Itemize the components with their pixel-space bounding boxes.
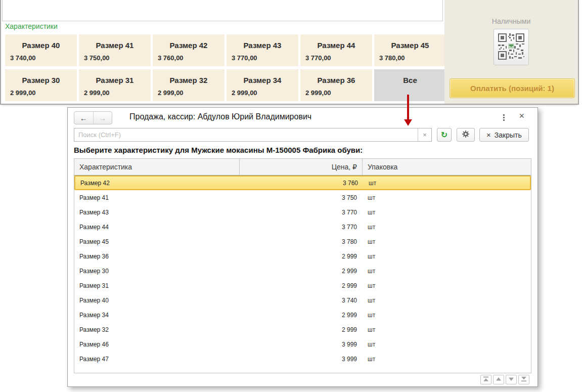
refresh-button[interactable]: ↻ [437, 128, 452, 142]
tile-size-label: Размер 30 [5, 76, 77, 84]
tile-size-label: Размер 41 [79, 41, 151, 50]
tile-price: 2 999,00 [84, 89, 151, 97]
cell-pack: шт [363, 326, 531, 333]
cell-pack: шт [363, 312, 531, 319]
annotation-arrow-icon [404, 95, 412, 126]
clear-search-button[interactable]: × [418, 128, 431, 141]
cell-price: 3 999 [240, 356, 363, 363]
qr-payment-button[interactable] [494, 29, 529, 65]
scroll-down-icon [508, 376, 514, 383]
scroll-up-icon [496, 376, 502, 383]
size-tile[interactable]: Размер 32 2 999,00 [153, 69, 225, 101]
table-row[interactable]: Размер 43 3 770 шт [74, 205, 531, 220]
table-row[interactable]: Размер 46 3 999 шт [74, 337, 531, 352]
scroll-down-button[interactable] [506, 375, 517, 384]
size-tile[interactable]: Размер 42 3 760,00 [153, 34, 225, 66]
dialog-title: Продажа, кассир: Абдулов Юрий Владимиров… [129, 112, 311, 121]
table-row-selected[interactable]: Размер 42 3 760 шт [74, 176, 531, 190]
size-tile[interactable]: Размер 44 3 770,00 [300, 34, 372, 66]
tile-size-label: Размер 42 [153, 41, 225, 50]
column-header-characteristic[interactable]: Характеристика [74, 159, 240, 175]
choose-characteristic-heading: Выберите характеристику для Мужские мока… [74, 146, 363, 154]
settings-button[interactable] [457, 128, 475, 142]
cell-price: 2 999 [240, 253, 363, 260]
cell-price: 2 999 [240, 312, 363, 319]
table-row[interactable]: Размер 34 2 999 шт [74, 308, 531, 322]
size-tile[interactable]: Размер 45 3 780,00 [374, 34, 446, 66]
table-row[interactable]: Размер 30 2 999 шт [74, 264, 531, 278]
forward-button[interactable]: → [94, 112, 112, 124]
table-row[interactable]: Размер 31 2 999 шт [74, 278, 531, 293]
gear-icon [462, 130, 470, 140]
size-tile[interactable]: Размер 40 3 740,00 [5, 34, 77, 66]
close-icon: × [519, 111, 524, 121]
tile-size-label: Размер 40 [5, 41, 77, 50]
table-row[interactable]: Размер 40 3 740 шт [74, 293, 531, 308]
tile-size-label: Размер 45 [374, 41, 446, 50]
scroll-to-top-button[interactable] [480, 375, 491, 384]
dialog-close-button[interactable]: × [517, 111, 526, 121]
cell-characteristic: Размер 41 [74, 194, 240, 201]
table-row[interactable]: Размер 44 3 770 шт [74, 220, 531, 234]
cell-pack: шт [363, 268, 531, 275]
tile-price: 3 780,00 [379, 54, 446, 62]
dialog-footer [68, 373, 538, 386]
size-tile[interactable]: Размер 43 3 770,00 [227, 34, 298, 66]
scroll-up-button[interactable] [493, 375, 504, 384]
size-tile[interactable]: Размер 41 3 750,00 [79, 34, 151, 66]
cell-price: 3 780 [240, 238, 363, 245]
tile-price: 3 770,00 [305, 54, 372, 62]
cell-characteristic: Размер 44 [74, 224, 240, 231]
cell-pack: шт [363, 224, 531, 231]
back-button[interactable]: ← [74, 112, 94, 124]
table-row[interactable]: Размер 41 3 750 шт [74, 190, 531, 205]
qr-code-icon [498, 33, 524, 61]
size-tile[interactable]: Размер 31 2 999,00 [79, 69, 151, 101]
table-row[interactable]: Размер 45 3 780 шт [74, 234, 531, 249]
tile-price: 3 770,00 [232, 54, 298, 62]
arrow-right-icon: → [99, 114, 106, 122]
cell-price: 2 999 [240, 268, 363, 275]
tile-price: 3 750,00 [84, 54, 151, 62]
close-button-label: Закрыть [495, 131, 522, 139]
cell-price: 3 999 [240, 341, 363, 348]
table-row[interactable]: Размер 36 2 999 шт [74, 249, 531, 264]
cell-price: 3 770 [240, 224, 363, 231]
size-tile[interactable]: Размер 34 2 999,00 [227, 69, 298, 101]
cell-characteristic: Размер 47 [74, 356, 240, 363]
payment-panel: Наличными [444, 0, 578, 104]
table-row[interactable]: Размер 47 3 999 шт [74, 352, 531, 366]
cell-pack: шт [363, 238, 531, 245]
tile-price: 2 999,00 [10, 89, 77, 97]
close-selection-button[interactable]: × Закрыть [479, 128, 529, 142]
scroll-buttons [480, 375, 529, 384]
tile-price: 2 999,00 [305, 89, 372, 97]
dialog-titlebar: ← → Продажа, кассир: Абдулов Юрий Владим… [68, 108, 538, 127]
cell-price: 3 770 [240, 209, 363, 216]
scroll-to-bottom-button[interactable] [518, 375, 529, 384]
sale-dialog: ← → Продажа, кассир: Абдулов Юрий Владим… [67, 107, 538, 387]
scroll-to-top-icon [483, 376, 489, 383]
cell-pack: шт [363, 341, 531, 348]
size-tile[interactable]: Размер 36 2 999,00 [300, 69, 372, 101]
refresh-icon: ↻ [441, 130, 447, 140]
tile-price: 2 999,00 [232, 89, 298, 97]
search-input[interactable] [74, 128, 418, 141]
characteristics-label: Характеристики [5, 22, 58, 31]
cell-price: 2 999 [240, 326, 363, 333]
size-tile[interactable]: Размер 30 2 999,00 [5, 69, 77, 101]
scroll-to-bottom-icon [521, 376, 527, 383]
column-header-price[interactable]: Цена, ₽ [240, 159, 363, 175]
tile-size-label: Размер 31 [79, 76, 151, 84]
x-icon: × [486, 130, 491, 139]
table-row[interactable]: Размер 32 2 999 шт [74, 322, 531, 337]
cell-pack: шт [364, 180, 530, 187]
cell-price: 2 999 [240, 282, 363, 289]
tile-size-label: Размер 32 [153, 76, 225, 84]
tile-price: 3 760,00 [158, 54, 225, 62]
pay-button[interactable]: Оплатить (позиций: 1) [450, 78, 575, 98]
cell-characteristic: Размер 43 [74, 209, 240, 216]
column-header-pack[interactable]: Упаковка [363, 159, 531, 175]
arrow-left-icon: ← [80, 114, 87, 122]
more-menu-button[interactable] [500, 113, 507, 122]
